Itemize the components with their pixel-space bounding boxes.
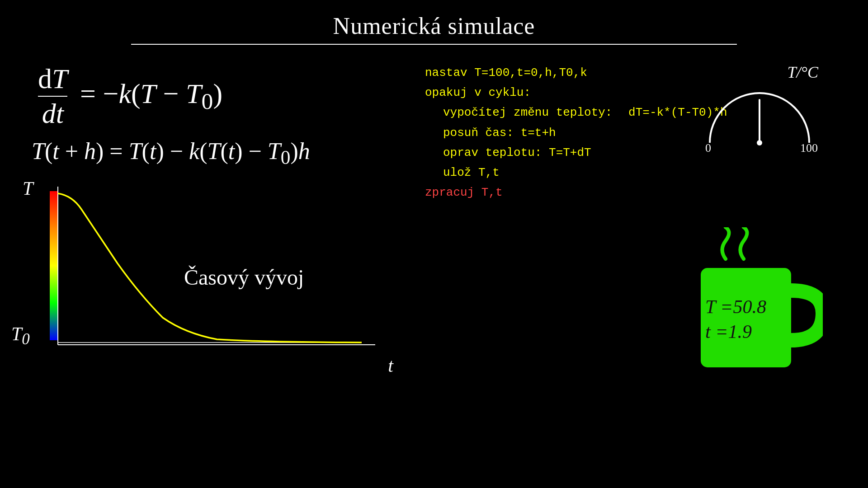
eq1-equals: = −k(T − T0) [80,78,222,109]
graph-svg [36,182,380,372]
graph-x-label: t [388,355,393,376]
right-panel: nastav T=100,t=0,h,T0,k opakuj v cyklu: … [398,58,841,372]
fraction-denominator: dt [42,97,64,130]
decay-curve [58,193,362,343]
mug-body [701,268,791,367]
mug-temp-value: T =50.8 [705,296,766,317]
mug-handle [791,291,823,340]
equation-2: T(t + h) = T(t) − k(T(t) − T0)h [32,138,398,169]
steam-svg [710,227,764,263]
fraction-dT-dt: dT dt [38,63,67,130]
mug-time-value: t =1.9 [705,321,752,342]
left-panel: dT dt = −k(T − T0) T(t + h) = T(t) − k(T… [27,58,398,372]
graph-y-label: T [23,178,33,199]
pseudo-line-6: ulož T,t [443,163,841,183]
pseudo-line-7: zpracuj T,t [425,183,841,202]
gauge-max-label: 100 [800,141,818,155]
graph-container: T T0 t Časový vývoj [36,182,380,372]
fraction-numerator: dT [38,63,67,97]
graph-t0-label: T0 [11,323,30,348]
mug-svg: T =50.8 t =1.9 [696,263,823,381]
page-title: Numerická simulace [0,0,868,39]
color-bar [50,191,58,340]
gauge-label: T/°C [696,63,818,82]
equation-1: dT dt = −k(T − T0) [36,63,398,130]
gauge-min-label: 0 [705,141,711,155]
mug-area: T =50.8 t =1.9 [696,254,832,399]
gauge-svg: 0 100 [701,84,818,156]
gauge-area: T/°C 0 100 [696,63,823,156]
